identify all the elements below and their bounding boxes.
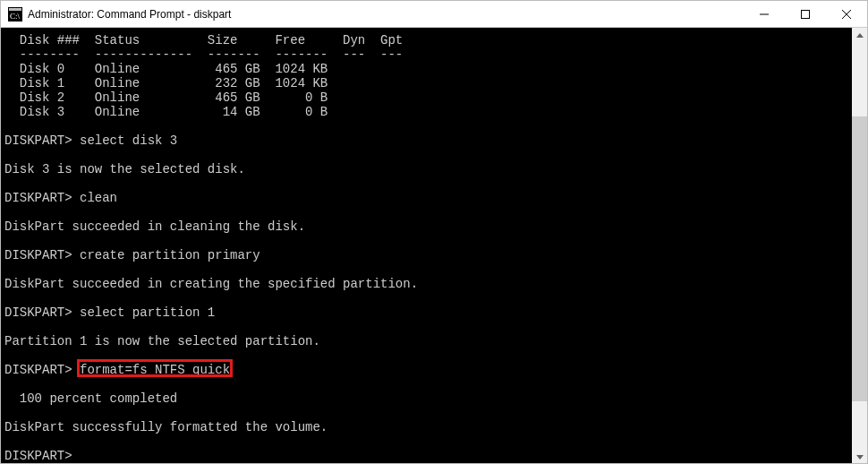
scrollbar-track[interactable] (852, 43, 867, 450)
console-line: DISKPART> (4, 449, 852, 463)
console-line: DISKPART> select disk 3 (4, 133, 852, 148)
console-line (4, 320, 852, 334)
console-line: Disk 3 Online 14 GB 0 B (4, 105, 852, 119)
console-line (4, 148, 852, 162)
console-line (4, 434, 852, 449)
console-line: DISKPART> format=fs NTFS quick (4, 363, 852, 377)
console-line: DiskPart successfully formatted the volu… (4, 420, 852, 434)
console-line: DISKPART> clean (4, 191, 852, 205)
console-line (4, 262, 852, 277)
console-line (4, 205, 852, 219)
close-button[interactable] (826, 1, 867, 28)
console-line: Disk 0 Online 465 GB 1024 KB (4, 62, 852, 76)
console-line (4, 377, 852, 391)
svg-rect-4 (802, 10, 810, 18)
console-line: Disk 2 Online 465 GB 0 B (4, 90, 852, 105)
scrollbar-thumb[interactable] (852, 116, 867, 401)
console-line (4, 406, 852, 420)
console-line (4, 348, 852, 363)
console-line: -------- ------------- ------- ------- -… (4, 47, 852, 62)
scroll-down-arrow[interactable] (852, 450, 867, 464)
window-title: Administrator: Command Prompt - diskpart (28, 8, 231, 21)
console-line: Disk 1 Online 232 GB 1024 KB (4, 76, 852, 90)
scroll-up-arrow[interactable] (852, 28, 867, 43)
svg-text:C:\: C:\ (10, 12, 21, 21)
console-line: Partition 1 is now the selected partitio… (4, 334, 852, 348)
console-line: DISKPART> select partition 1 (4, 305, 852, 320)
console-area: Disk ### Status Size Free Dyn Gpt ------… (1, 28, 867, 464)
console-line (4, 291, 852, 305)
console-line: DiskPart succeeded in cleaning the disk. (4, 219, 852, 234)
svg-marker-8 (856, 455, 864, 460)
console-output[interactable]: Disk ### Status Size Free Dyn Gpt ------… (1, 28, 852, 464)
vertical-scrollbar[interactable] (852, 28, 867, 464)
console-line (4, 176, 852, 191)
minimize-button[interactable] (744, 1, 785, 28)
console-line (4, 119, 852, 133)
svg-marker-7 (856, 33, 864, 38)
cmd-icon: C:\ (8, 7, 22, 21)
console-line: DISKPART> create partition primary (4, 248, 852, 262)
maximize-button[interactable] (785, 1, 826, 28)
window-titlebar: C:\ Administrator: Command Prompt - disk… (1, 1, 867, 28)
console-line: DiskPart succeeded in creating the speci… (4, 277, 852, 291)
svg-rect-1 (9, 8, 21, 11)
console-line (4, 234, 852, 248)
console-line: Disk ### Status Size Free Dyn Gpt (4, 33, 852, 47)
console-line: 100 percent completed (4, 391, 852, 406)
console-line: Disk 3 is now the selected disk. (4, 162, 852, 176)
